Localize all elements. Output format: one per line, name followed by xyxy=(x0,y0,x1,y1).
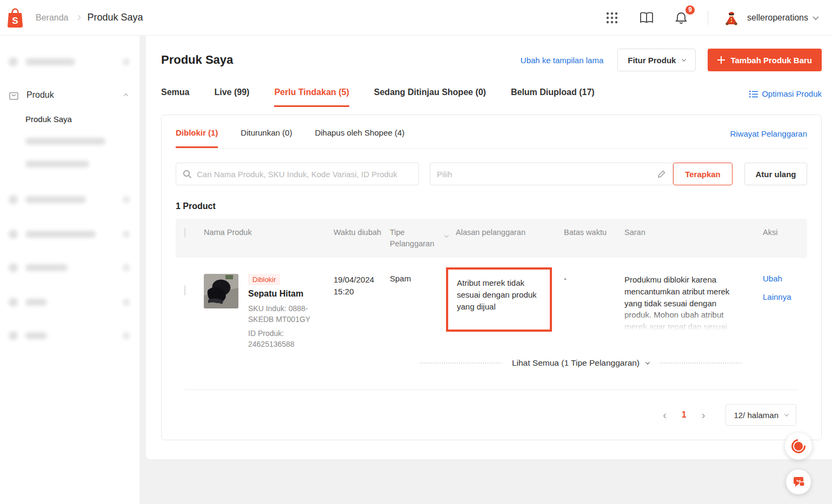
pencil-icon[interactable] xyxy=(657,170,666,178)
search-icon xyxy=(183,170,192,179)
product-cell: Diblokir Sepatu Hitam SKU Induk: 0888-SK… xyxy=(204,274,334,350)
col-batas-waktu: Batas waktu xyxy=(564,227,624,250)
tab-semua[interactable]: Semua xyxy=(161,88,189,107)
expand-chevron-down-icon xyxy=(645,360,650,365)
list-icon xyxy=(749,90,758,98)
suggestion-fade-overlay xyxy=(624,307,751,330)
pagination: ‹ 1 › 12/ halaman xyxy=(176,404,807,426)
search-input[interactable] xyxy=(197,170,412,179)
product-image[interactable] xyxy=(204,274,238,308)
ubah-link[interactable]: Ubah xyxy=(763,274,807,283)
select-all-checkbox[interactable] xyxy=(184,227,185,237)
prev-page-chevron-icon[interactable]: ‹ xyxy=(658,409,671,420)
reset-button[interactable]: Atur ulang xyxy=(744,163,807,185)
search-box xyxy=(176,163,419,185)
sidebar-item-blurred[interactable] xyxy=(9,56,130,67)
page-size-select[interactable]: 12/ halaman xyxy=(725,404,796,426)
sidebar-subitem-blurred[interactable] xyxy=(9,158,130,169)
lihat-semua-toggle[interactable]: Lihat Semua (1 Tipe Pelanggaran) xyxy=(512,358,649,368)
chat-icon xyxy=(792,476,805,488)
suggestion-cell: Produkmu diblokir karena mencantumkan at… xyxy=(624,274,751,330)
notification-bell-icon[interactable]: 9 xyxy=(672,9,690,27)
breadcrumb-separator-icon xyxy=(75,15,81,21)
action-cell: Ubah Lainnya xyxy=(751,274,807,350)
breadcrumb-current: Produk Saya xyxy=(88,12,143,23)
tab-sedang-ditinjau[interactable]: Sedang Ditinjau Shopee (0) xyxy=(374,88,486,107)
account-menu[interactable]: selleroperations xyxy=(722,9,818,27)
sidebar-subitem-blurred[interactable] xyxy=(9,136,130,146)
table-row: Diblokir Sepatu Hitam SKU Induk: 0888-SK… xyxy=(176,258,807,353)
tab-perlu-tindakan[interactable]: Perlu Tindakan (5) xyxy=(274,88,349,107)
account-chevron-down-icon xyxy=(813,14,818,19)
topbar-divider xyxy=(708,11,708,25)
bag-icon xyxy=(9,90,19,100)
category-select-input[interactable] xyxy=(437,170,657,179)
sidebar-item-blurred[interactable] xyxy=(9,330,130,341)
add-product-button[interactable]: Tambah Produk Baru xyxy=(708,49,822,71)
product-id: ID Produk: 24625136588 xyxy=(248,328,329,350)
sidebar-item-blurred[interactable] xyxy=(9,262,130,273)
sidebar-item-produk-saya[interactable]: Produk Saya xyxy=(25,115,130,124)
tab-live[interactable]: Live (99) xyxy=(214,88,249,107)
expand-row: Lihat Semua (1 Tipe Pelanggaran) xyxy=(354,358,807,368)
current-page[interactable]: 1 xyxy=(678,410,690,420)
fitur-produk-label: Fitur Produk xyxy=(628,56,676,65)
switch-old-view-link[interactable]: Ubah ke tampilan lama xyxy=(521,56,603,65)
sidebar: Produk Produk Saya xyxy=(0,36,139,504)
table-header: Nama Produk Waktu diubah Tipe Pelanggara… xyxy=(176,219,807,258)
col-aksi: Aksi xyxy=(751,227,807,250)
subtab-diblokir[interactable]: Diblokir (1) xyxy=(176,128,218,148)
riwayat-pelanggaran-link[interactable]: Riwayat Pelanggaran xyxy=(730,129,807,138)
support-floating-button[interactable] xyxy=(785,433,812,460)
sort-chevron-down-icon[interactable] xyxy=(444,233,449,237)
sidebar-item-blurred[interactable] xyxy=(9,194,130,205)
table-bottom-divider xyxy=(184,389,798,390)
account-username: selleroperations xyxy=(747,13,808,23)
col-tipe-pelanggaran: Tipe Pelanggaran xyxy=(390,227,456,250)
sidebar-section-produk[interactable]: Produk xyxy=(9,90,130,100)
category-select xyxy=(430,163,673,185)
topbar-actions: 9 selleroperations xyxy=(603,9,818,27)
apply-button[interactable]: Terapkan xyxy=(673,163,733,185)
violation-subtabs: Diblokir (1) Diturunkan (0) Dihapus oleh… xyxy=(176,115,807,149)
svg-text:S: S xyxy=(12,16,18,26)
product-sku: SKU Induk: 0888-SKEDB MT001GY xyxy=(248,304,329,325)
product-status-tabs: Semua Live (99) Perlu Tindakan (5) Sedan… xyxy=(161,88,822,107)
sidebar-item-blurred[interactable] xyxy=(9,297,130,307)
tab-belum-diupload[interactable]: Belum Diupload (17) xyxy=(511,88,595,107)
product-count: 1 Product xyxy=(176,201,807,211)
dashed-divider-left xyxy=(420,362,501,364)
lainnya-link[interactable]: Lainnya xyxy=(763,292,807,301)
next-page-chevron-icon[interactable]: › xyxy=(697,409,710,420)
page-title: Produk Saya xyxy=(161,53,233,67)
collapse-chevron-up-icon xyxy=(124,93,128,98)
row-checkbox[interactable] xyxy=(184,285,185,295)
page-size-value: 12/ halaman xyxy=(734,411,778,420)
support-icon xyxy=(791,439,806,453)
col-waktu-diubah: Waktu diubah xyxy=(334,227,390,250)
col-alasan-pelanggaran: Alasan pelanggaran xyxy=(456,227,564,250)
breadcrumb-home[interactable]: Beranda xyxy=(36,13,69,23)
violation-reason-highlight-box: Atribut merek tidak sesuai dengan produk… xyxy=(446,267,552,332)
col-nama-produk: Nama Produk xyxy=(204,227,334,250)
guide-book-icon[interactable] xyxy=(637,9,656,27)
chat-floating-button[interactable] xyxy=(786,469,811,494)
sidebar-produk-label: Produk xyxy=(26,90,54,100)
status-badge: Diblokir xyxy=(248,274,280,285)
optimasi-produk-link[interactable]: Optimasi Produk xyxy=(762,89,822,98)
main-area: Produk Saya Ubah ke tampilan lama Fitur … xyxy=(139,36,832,504)
sidebar-item-blurred[interactable] xyxy=(9,229,130,239)
deadline-cell: - xyxy=(564,274,624,350)
fitur-produk-button[interactable]: Fitur Produk xyxy=(617,49,696,71)
avatar xyxy=(722,9,741,27)
notification-badge: 9 xyxy=(684,4,696,16)
page-size-chevron-icon xyxy=(784,412,789,416)
product-name: Sepatu Hitam xyxy=(248,289,329,299)
subtab-dihapus[interactable]: Dihapus oleh Shopee (4) xyxy=(315,128,404,148)
shopee-logo-icon[interactable]: S xyxy=(6,8,24,28)
modified-time-cell: 19/04/2024 15:20 xyxy=(334,274,390,350)
chevron-down-icon xyxy=(682,57,686,61)
top-bar: S Beranda Produk Saya 9 xyxy=(0,0,832,36)
apps-grid-icon[interactable] xyxy=(603,9,621,27)
subtab-diturunkan[interactable]: Diturunkan (0) xyxy=(241,128,292,148)
